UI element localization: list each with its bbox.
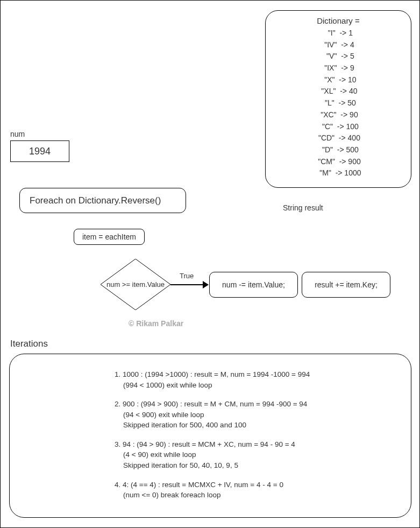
arrow-head-icon <box>203 281 209 288</box>
iteration-sub: Skipped iteration for 50, 40, 10, 9, 5 <box>115 460 395 471</box>
num-value: 1994 <box>29 146 51 157</box>
iteration-sub: (4 < 90) exit while loop <box>115 449 395 460</box>
condition-text: num >= item.Value <box>106 280 165 288</box>
dictionary-entry: "IV" -> 4 <box>276 39 400 51</box>
iteration-sub: (994 < 1000) exit while loop <box>115 380 395 391</box>
dictionary-entry: "XL" -> 40 <box>276 86 400 97</box>
dictionary-entry: "CM" -> 900 <box>276 156 400 168</box>
true-label: True <box>180 272 194 280</box>
dictionary-entry: "CD" -> 400 <box>276 132 400 144</box>
iteration-step: 2. 900 : (994 > 900) : result = M + CM, … <box>115 399 395 431</box>
arrow-line <box>170 284 206 285</box>
iteration-main: 3. 94 : (94 > 90) : result = MCM + XC, n… <box>115 439 395 450</box>
action-box-append: result += item.Key; <box>302 272 390 298</box>
iterations-box: 1. 1000 : (1994 >1000) : result = M, num… <box>9 354 411 518</box>
iteration-sub: Skipped iteration for 500, 400 and 100 <box>115 420 395 431</box>
dictionary-entry: "L" -> 50 <box>276 97 400 109</box>
iteration-sub: (num <= 0) break foreach loop <box>115 490 395 501</box>
copyright-text: © Rikam Palkar <box>129 319 183 328</box>
dictionary-entry: "XC" -> 90 <box>276 109 400 121</box>
item-assign-text: item = eachItem <box>82 233 136 241</box>
dictionary-entry: "I" -> 1 <box>276 27 400 39</box>
iteration-step: 3. 94 : (94 > 90) : result = MCM + XC, n… <box>115 439 395 471</box>
action1-text: num -= item.Value; <box>222 280 285 289</box>
string-result-label: String result <box>283 203 323 212</box>
iteration-step: 1. 1000 : (1994 >1000) : result = M, num… <box>115 369 395 390</box>
dictionary-entry: "X" -> 10 <box>276 74 400 86</box>
dictionary-entry: "M" -> 1000 <box>276 167 400 179</box>
dictionary-entry: "V" -> 5 <box>276 51 400 62</box>
iterations-list: 1. 1000 : (1994 >1000) : result = M, num… <box>115 369 395 501</box>
num-label: num <box>10 130 25 138</box>
iteration-main: 4. 4: (4 == 4) : result = MCMXC + IV, nu… <box>115 480 395 490</box>
iteration-step: 4. 4: (4 == 4) : result = MCMXC + IV, nu… <box>115 480 395 501</box>
iteration-sub: (94 < 900) exit while loop <box>115 410 395 420</box>
iteration-main: 2. 900 : (994 > 900) : result = M + CM, … <box>115 399 395 410</box>
decision-diamond: num >= item.Value <box>101 259 170 310</box>
dictionary-box: Dictionary = "I" -> 1 "IV" -> 4 "V" -> 5… <box>265 10 411 188</box>
foreach-box: Foreach on Dictionary.Reverse() <box>19 188 186 213</box>
action2-text: result += item.Key; <box>315 280 378 289</box>
dictionary-entry: "D" -> 500 <box>276 144 400 156</box>
action-box-subtract: num -= item.Value; <box>209 272 298 298</box>
dictionary-entry: "IX" -> 9 <box>276 62 400 74</box>
diagram-canvas: Dictionary = "I" -> 1 "IV" -> 4 "V" -> 5… <box>0 0 420 528</box>
dictionary-entry: "C" -> 100 <box>276 121 400 133</box>
dictionary-entries: "I" -> 1 "IV" -> 4 "V" -> 5 "IX" -> 9 "X… <box>276 27 400 179</box>
foreach-text: Foreach on Dictionary.Reverse() <box>30 195 161 206</box>
item-assign-box: item = eachItem <box>74 229 145 245</box>
dictionary-title: Dictionary = <box>276 16 400 25</box>
num-value-box: 1994 <box>10 140 69 162</box>
iterations-label: Iterations <box>10 339 48 349</box>
iteration-main: 1. 1000 : (1994 >1000) : result = M, num… <box>115 369 395 380</box>
